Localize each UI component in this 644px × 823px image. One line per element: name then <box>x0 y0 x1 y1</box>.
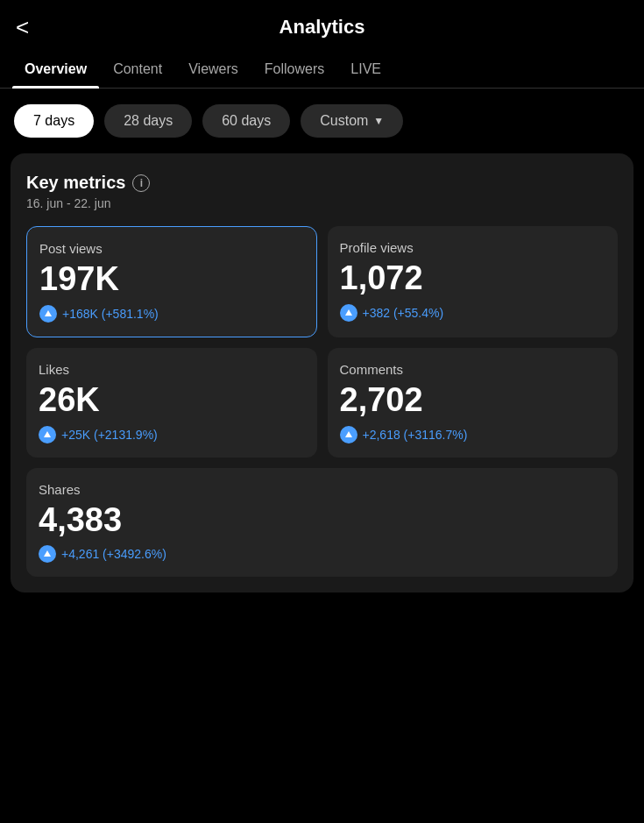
metric-value-shares: 4,383 <box>39 502 605 539</box>
change-text-shares: +4,261 (+3492.6%) <box>61 547 166 561</box>
metric-label-likes: Likes <box>39 362 305 377</box>
up-arrow-icon <box>340 304 357 322</box>
page-title: Analytics <box>280 16 365 39</box>
metric-change-comments: +2,618 (+3116.7%) <box>340 426 606 443</box>
filter-custom-label: Custom <box>320 113 368 129</box>
metric-card-profile-views: Profile views 1,072 +382 (+55.4%) <box>328 226 619 337</box>
key-metrics-section: Key metrics i 16. jun - 22. jun Post vie… <box>11 153 633 592</box>
tab-content[interactable]: Content <box>101 51 174 88</box>
up-arrow-icon <box>39 305 57 323</box>
tab-live[interactable]: LIVE <box>338 51 393 88</box>
change-text-post-views: +168K (+581.1%) <box>62 307 159 321</box>
metric-label-profile-views: Profile views <box>340 240 606 255</box>
metric-label-shares: Shares <box>39 482 605 497</box>
tab-followers[interactable]: Followers <box>252 51 336 88</box>
key-metrics-label: Key metrics <box>26 173 125 193</box>
change-text-likes: +25K (+2131.9%) <box>61 428 158 442</box>
filter-60days[interactable]: 60 days <box>202 104 290 138</box>
header: < Analytics <box>0 0 644 51</box>
change-text-comments: +2,618 (+3116.7%) <box>363 428 468 442</box>
change-text-profile-views: +382 (+55.4%) <box>363 306 444 320</box>
metric-change-shares: +4,261 (+3492.6%) <box>39 545 605 563</box>
metric-card-likes: Likes 26K +25K (+2131.9%) <box>26 348 317 458</box>
tab-viewers[interactable]: Viewers <box>176 51 251 88</box>
metric-value-post-views: 197K <box>39 261 304 298</box>
info-icon[interactable]: i <box>132 174 150 192</box>
up-arrow-icon <box>39 426 56 443</box>
svg-marker-0 <box>45 310 52 316</box>
metric-change-post-views: +168K (+581.1%) <box>39 305 304 323</box>
metrics-header: Key metrics i 16. jun - 22. jun <box>26 173 618 210</box>
date-filter-bar: 7 days 28 days 60 days Custom ▼ <box>0 89 644 153</box>
metrics-grid: Post views 197K +168K (+581.1%) Profile … <box>26 226 618 577</box>
back-button[interactable]: < <box>16 16 29 39</box>
metric-card-comments: Comments 2,702 +2,618 (+3116.7%) <box>328 348 619 458</box>
metrics-date-range: 16. jun - 22. jun <box>26 196 618 210</box>
up-arrow-icon <box>340 426 357 443</box>
tab-navigation: Overview Content Viewers Followers LIVE <box>0 51 644 89</box>
metric-label-post-views: Post views <box>39 241 304 256</box>
chevron-down-icon: ▼ <box>373 115 384 127</box>
metric-change-likes: +25K (+2131.9%) <box>39 426 305 443</box>
metric-card-post-views: Post views 197K +168K (+581.1%) <box>26 226 317 337</box>
up-arrow-icon <box>39 545 56 563</box>
svg-marker-2 <box>44 431 51 437</box>
filter-7days[interactable]: 7 days <box>14 104 94 138</box>
svg-marker-3 <box>345 431 352 437</box>
metrics-title-row: Key metrics i <box>26 173 618 193</box>
filter-custom[interactable]: Custom ▼ <box>301 104 403 138</box>
metric-card-shares: Shares 4,383 +4,261 (+3492.6%) <box>26 468 618 578</box>
metric-value-likes: 26K <box>39 382 305 419</box>
metric-value-comments: 2,702 <box>340 382 606 419</box>
tab-overview[interactable]: Overview <box>12 51 99 88</box>
metric-label-comments: Comments <box>340 362 606 377</box>
metric-value-profile-views: 1,072 <box>340 260 606 297</box>
svg-marker-4 <box>44 550 51 557</box>
filter-28days[interactable]: 28 days <box>104 104 192 138</box>
metric-change-profile-views: +382 (+55.4%) <box>340 304 606 322</box>
svg-marker-1 <box>345 309 352 316</box>
